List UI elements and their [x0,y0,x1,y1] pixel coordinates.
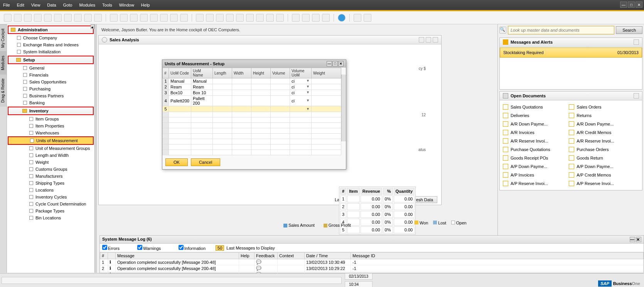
dialog-scrollbar[interactable] [341,75,346,141]
tree-administration[interactable]: Administration [8,25,94,34]
toolbar-app1-icon[interactable] [354,14,361,22]
tree-general[interactable]: General [8,65,94,71]
log-count-input[interactable]: 50 [216,245,224,251]
toolbar-doc6-icon[interactable] [246,14,254,22]
cancel-button[interactable]: Cancel [191,158,220,166]
warnings-checkbox[interactable]: Warnings [137,245,161,251]
tree-business-partners[interactable]: Business Partners [8,92,94,99]
panel-tool-icon[interactable] [634,39,639,45]
info-checkbox[interactable]: Information [179,245,206,251]
dialog-minimize-icon[interactable]: — [327,61,332,66]
menu-modules[interactable]: Modules [79,3,95,7]
tree-cycle-count[interactable]: Cycle Count Determination [8,200,94,207]
tree-purchasing[interactable]: Purchasing [8,85,94,92]
panel-prev-icon[interactable] [419,37,424,42]
open-doc-link[interactable]: Purchase Orders [568,145,634,154]
toolbar-doc5-icon[interactable] [236,14,244,22]
ok-button[interactable]: OK [165,158,188,166]
tree-item-groups[interactable]: Item Groups [8,115,94,122]
toolbar-cal3-icon[interactable] [312,14,320,22]
toolbar-lock-icon[interactable] [44,14,52,22]
toolbar-prev-icon[interactable] [140,14,148,22]
open-doc-link[interactable]: A/R Reserve Invoi... [568,137,634,145]
tree-weight[interactable]: Weight [8,159,94,166]
tree-uom-groups[interactable]: Unit of Measurement Groups [8,145,94,152]
gear-icon[interactable] [102,37,107,42]
menu-tools[interactable]: Tools [102,3,112,7]
toolbar-cut-icon[interactable] [110,14,118,22]
open-doc-link[interactable]: A/P Credit Memos [568,171,634,179]
toolbar-last-icon[interactable] [160,14,168,22]
dialog-maximize-icon[interactable]: □ [332,61,338,66]
tree-bin-locations[interactable]: Bin Locations [8,214,94,221]
menu-view[interactable]: View [31,3,40,7]
panel-next-icon[interactable] [426,37,431,42]
toolbar-pdf-icon[interactable] [74,14,82,22]
toolbar-print-icon[interactable] [14,14,22,22]
open-doc-link[interactable]: A/P Down Payme... [568,162,634,171]
tree-shipping-types[interactable]: Shipping Types [8,180,94,187]
open-doc-link[interactable]: A/R Credit Memos [568,128,634,137]
open-doc-link[interactable]: A/P Reserve Invoi... [502,179,568,188]
toolbar-app2-icon[interactable] [364,14,371,22]
toolbar-word-icon[interactable] [64,14,72,22]
dialog-close-icon[interactable]: ✕ [338,61,344,66]
side-tab-cockpit[interactable]: My Cockpit [0,24,7,51]
panel-tool-icon[interactable] [634,93,639,98]
alert-item[interactable]: Stocktaking Required01/30/2013 [500,48,642,58]
toolbar-sort-icon[interactable] [180,14,188,22]
open-doc-link[interactable]: Purchase Quotations [502,145,568,154]
close-icon[interactable]: ✕ [636,2,642,8]
toolbar-doc9-icon[interactable] [276,14,284,22]
search-button[interactable]: Search [616,26,642,34]
menu-data[interactable]: Data [47,3,56,7]
toolbar-cal-icon[interactable] [292,14,300,22]
tree-warehouses[interactable]: Warehouses [8,129,94,136]
minimize-icon[interactable]: — [620,2,627,8]
toolbar-first-icon[interactable] [130,14,138,22]
menu-window[interactable]: Window [119,3,134,7]
tree-setup[interactable]: Setup [8,56,94,64]
toolbar-copy-icon[interactable] [120,14,128,22]
open-doc-link[interactable]: Sales Quotations [502,103,568,111]
toolbar-refresh-icon[interactable] [84,14,92,22]
open-doc-link[interactable]: A/P Invoices [502,171,568,179]
menu-edit[interactable]: Edit [17,3,24,7]
open-doc-link[interactable]: A/R Down Payme... [568,120,634,128]
tree-package-types[interactable]: Package Types [8,207,94,214]
toolbar-email-icon[interactable] [24,14,32,22]
toolbar-doc4-icon[interactable] [226,14,234,22]
open-doc-link[interactable]: Deliveries [502,111,568,120]
tree-units-of-measurement[interactable]: Units of Measurement [8,136,94,145]
maximize-icon[interactable]: □ [628,2,635,8]
toolbar-doc7-icon[interactable] [256,14,264,22]
tree-customs-groups[interactable]: Customs Groups [8,166,94,173]
tree-system-init[interactable]: System Initialization [8,48,94,55]
tree-choose-company[interactable]: Choose Company [8,34,94,41]
log-minimize-icon[interactable]: — [630,237,635,242]
menu-goto[interactable]: Goto [63,3,72,7]
toolbar-save-icon[interactable] [94,14,102,22]
log-close-icon[interactable]: ✕ [636,237,641,242]
toolbar-doc2-icon[interactable] [206,14,214,22]
collapse-handle-icon[interactable]: ◂ [91,24,94,29]
menu-file[interactable]: File [3,3,10,7]
toolbar-doc3-icon[interactable] [216,14,224,22]
tree-item-properties[interactable]: Item Properties [8,122,94,129]
open-doc-link[interactable]: A/P Reserve Invoi... [568,179,634,188]
toolbar-cal2-icon[interactable] [302,14,310,22]
search-icon[interactable]: 🔍 [499,27,506,34]
open-doc-link[interactable]: Returns [568,111,634,120]
toolbar-doc1-icon[interactable] [196,14,204,22]
toolbar-doc8-icon[interactable] [266,14,274,22]
uom-table[interactable]: # UoM Code UoM Name Length Width Height … [162,68,341,155]
panel-tool-icon[interactable] [433,37,438,42]
tree-banking[interactable]: Banking [8,99,94,106]
open-doc-link[interactable]: A/R Down Payme... [502,120,568,128]
tree-inventory[interactable]: Inventory [8,107,94,115]
tree-financials[interactable]: Financials [8,71,94,78]
open-doc-link[interactable]: Goods Return [568,154,634,162]
toolbar-user-icon[interactable] [322,14,330,22]
errors-checkbox[interactable]: Errors [102,245,120,251]
side-tab-modules[interactable]: Modules [0,51,7,74]
